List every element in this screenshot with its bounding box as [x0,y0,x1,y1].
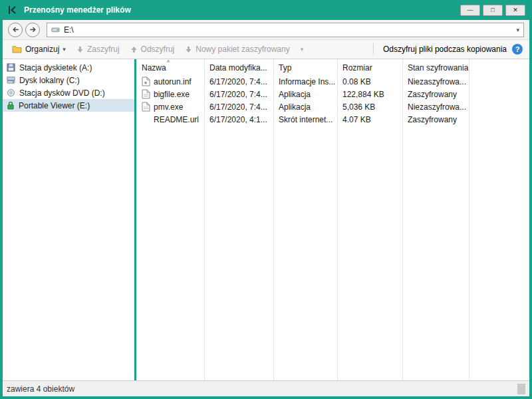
organize-caret-icon: ▾ [63,46,66,53]
sidebar-item-label: Stacja dysków DVD (D:) [19,88,105,98]
sidebar: Stacja dyskietek (A:) Dysk lokalny (C:) [3,59,134,380]
navigation-bar: E:\ ▾ [3,20,529,40]
file-name-cell: bigfile.exe [136,89,204,99]
organize-label: Organizuj [25,45,59,54]
kaspersky-logo-icon [7,4,19,16]
organize-button[interactable]: Organizuj ▾ [7,41,71,57]
settings-file-icon [142,76,150,86]
sidebar-item-portable-viewer-e[interactable]: Portable Viewer (E:) [3,99,134,112]
new-encrypted-package-button[interactable]: Nowy pakiet zaszyfrowany [180,41,295,57]
column-header-label: Stan szyfrowania [408,63,468,72]
file-size: 122,884 KB [337,90,402,99]
file-row-autorun[interactable]: autorun.inf 6/17/2020, 7:4... Informacje… [136,75,529,88]
decrypt-arrow-up-icon [130,46,138,53]
status-bar: zawiera 4 obiektów [3,380,529,396]
file-encryption-status: Zaszyfrowany [402,115,469,124]
column-header-label: Rozmiar [342,63,372,72]
package-arrow-down-icon [185,46,192,53]
file-name-cell: autorun.inf [136,76,204,86]
column-headers: ^ Nazwa Data modyfika... Typ Rozmiar Sta… [136,59,529,75]
file-type: Aplikacja [273,90,337,99]
file-name: autorun.inf [154,77,192,86]
column-header-label: Typ [279,63,291,72]
file-encryption-status: Niezaszyfrowa... [402,77,469,86]
address-value: E:\ [64,25,74,35]
folder-icon [12,45,22,53]
column-divider [469,59,469,380]
column-divider [402,59,403,380]
minimize-button[interactable]: — [460,5,480,16]
sidebar-item-floppy-a[interactable]: Stacja dyskietek (A:) [3,61,134,74]
column-header-size[interactable]: Rozmiar [337,59,402,75]
encrypt-button[interactable]: Zaszyfruj [71,41,125,57]
file-name: bigfile.exe [154,90,190,99]
window-title: Przenośny menedżer plików [24,5,131,15]
forward-arrow-icon [29,25,37,34]
help-icon[interactable]: ? [512,44,523,55]
file-modified: 6/17/2020, 4:1... [204,115,273,124]
file-type: Aplikacja [273,102,337,112]
address-bar[interactable]: E:\ ▾ [47,23,524,37]
dvd-icon [7,88,15,97]
drive-icon [51,25,60,34]
app-window: Przenośny menedżer plików — □ ✕ [0,0,532,399]
encrypt-arrow-down-icon [76,46,84,53]
sidebar-item-label: Portable Viewer (E:) [19,101,90,110]
toolbar-right-group: Odszyfruj pliki podczas kopiowania ? [369,43,525,55]
sidebar-item-dvd-d[interactable]: Stacja dysków DVD (D:) [3,86,134,99]
file-row-readme[interactable]: README.url 6/17/2020, 4:1... Skrót inter… [136,113,529,126]
column-divider [337,59,338,380]
column-header-type[interactable]: Typ [273,59,337,75]
file-list: ^ Nazwa Data modyfika... Typ Rozmiar Sta… [136,59,529,380]
column-header-name[interactable]: ^ Nazwa [136,59,204,75]
maximize-button[interactable]: □ [483,5,503,16]
file-size: 5,036 KB [337,102,402,112]
hdd-icon [7,76,15,84]
column-divider [273,59,274,380]
new-package-label: Nowy pakiet zaszyfrowany [196,45,289,54]
address-dropdown-icon[interactable]: ▾ [516,27,519,33]
decrypt-label: Odszyfruj [141,45,175,54]
file-name: README.url [154,115,199,124]
decrypt-on-copy-label[interactable]: Odszyfruj pliki podczas kopiowania [383,45,507,54]
column-header-label: Nazwa [142,63,166,72]
toolbar: Organizuj ▾ Zaszyfruj Odszyfruj [3,40,529,59]
executable-file-icon [142,102,150,112]
back-button[interactable] [8,23,23,37]
file-modified: 6/17/2020, 7:4... [204,77,273,86]
file-size: 0.08 KB [337,77,402,86]
sidebar-item-label: Dysk lokalny (C:) [19,76,80,85]
close-button[interactable]: ✕ [505,5,525,16]
back-arrow-icon [11,25,20,34]
window-controls: — □ ✕ [460,5,525,16]
column-header-encryption[interactable]: Stan szyfrowania [402,59,469,75]
content-area: Stacja dyskietek (A:) Dysk lokalny (C:) [3,59,529,380]
decrypt-button[interactable]: Odszyfruj [125,41,180,57]
file-size: 4.07 KB [337,115,402,124]
file-encryption-status: Zaszyfrowany [402,90,469,99]
file-modified: 6/17/2020, 7:4... [204,102,273,112]
lock-icon [7,101,15,110]
resize-grip[interactable] [517,384,525,394]
sidebar-item-local-disk-c[interactable]: Dysk lokalny (C:) [3,74,134,86]
forward-button[interactable] [25,23,40,37]
file-type: Skrót internet... [273,115,337,124]
file-type: Informacje Ins... [273,77,337,86]
column-header-modified[interactable]: Data modyfika... [204,59,273,75]
file-encryption-status: Niezaszyfrowa... [402,102,469,112]
sidebar-item-label: Stacja dyskietek (A:) [19,63,92,72]
status-text: zawiera 4 obiektów [7,384,74,394]
file-name-cell: README.url [136,114,204,124]
executable-file-icon [142,89,150,99]
encrypt-label: Zaszyfruj [87,45,120,54]
file-row-pmv[interactable]: pmv.exe 6/17/2020, 7:4... Aplikacja 5,03… [136,100,529,113]
toolbar-separator [373,43,374,55]
new-package-caret-icon[interactable]: ▾ [295,46,309,53]
file-name: pmv.exe [154,102,183,112]
titlebar: Przenośny menedżer plików — □ ✕ [3,0,529,20]
column-header-label: Data modyfika... [209,63,267,72]
file-row-bigfile[interactable]: bigfile.exe 6/17/2020, 7:4... Aplikacja … [136,88,529,100]
file-name-cell: pmv.exe [136,102,204,112]
column-divider [204,59,205,380]
floppy-icon [7,63,15,72]
